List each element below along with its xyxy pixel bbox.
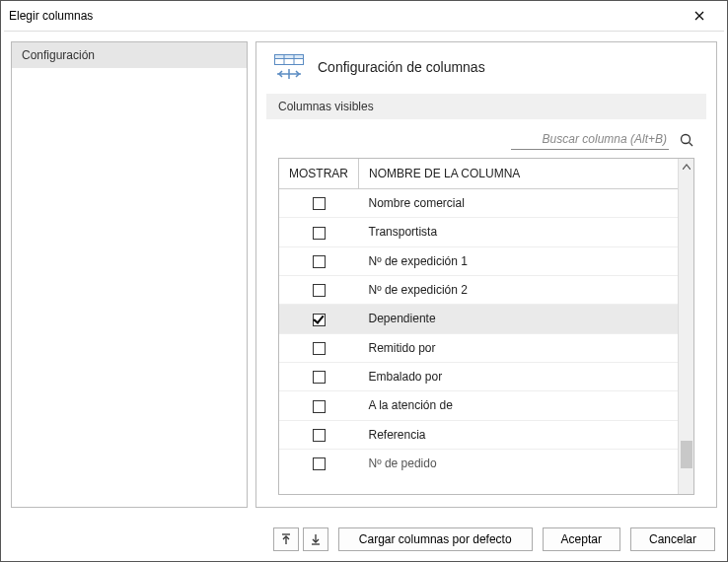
column-name-cell: Transportista (359, 218, 679, 246)
sort-buttons (273, 527, 328, 551)
move-down-button[interactable] (303, 527, 328, 551)
arrow-down-bar-icon (311, 533, 321, 545)
show-checkbox[interactable] (313, 314, 326, 326)
table-row[interactable]: Nº de pedido (279, 449, 678, 477)
show-cell (279, 246, 359, 275)
svg-line-7 (690, 142, 693, 146)
table-row[interactable]: Nº de expedición 1 (279, 246, 678, 275)
svg-point-6 (682, 134, 691, 143)
table-row[interactable]: Referencia (279, 420, 678, 449)
show-checkbox[interactable] (313, 457, 326, 470)
close-icon (694, 11, 704, 21)
main-panel: Configuración de columnas Columnas visib… (255, 41, 717, 508)
col-header-name[interactable]: NOMBRE DE LA COLUMNA (359, 159, 679, 189)
show-checkbox[interactable] (313, 371, 326, 384)
table-row[interactable]: A la atención de (279, 391, 678, 420)
dialog-window: Elegir columnas Configuración (0, 0, 728, 562)
table-row[interactable]: Dependiente (279, 305, 678, 333)
show-checkbox[interactable] (313, 197, 326, 210)
search-row (256, 129, 716, 158)
show-checkbox[interactable] (313, 400, 326, 413)
column-name-cell: Referencia (359, 420, 679, 449)
scroll-up-icon[interactable] (679, 159, 694, 175)
show-cell (279, 362, 359, 390)
load-defaults-button[interactable]: Cargar columnas por defecto (338, 527, 533, 551)
sidebar-item-configuracion[interactable]: Configuración (12, 42, 247, 68)
show-cell (279, 305, 359, 333)
window-title: Elegir columnas (9, 9, 680, 23)
search-input[interactable] (511, 129, 669, 150)
show-checkbox[interactable] (313, 342, 326, 355)
content-area: Configuración Configuración de (1, 32, 727, 518)
table-row[interactable]: Nº de expedición 2 (279, 275, 678, 304)
columns-table: MOSTRAR NOMBRE DE LA COLUMNA Nombre come… (279, 159, 678, 477)
column-name-cell: Nº de expedición 2 (359, 275, 679, 304)
columns-config-icon (274, 54, 304, 80)
column-name-cell: Nombre comercial (359, 189, 679, 218)
columns-table-container: MOSTRAR NOMBRE DE LA COLUMNA Nombre come… (278, 158, 694, 495)
col-header-show[interactable]: MOSTRAR (279, 159, 359, 189)
dialog-footer: Cargar columnas por defecto Aceptar Canc… (1, 518, 727, 561)
move-up-button[interactable] (273, 527, 299, 551)
column-name-cell: Nº de pedido (359, 449, 679, 477)
arrow-up-bar-icon (281, 533, 291, 545)
panel-header: Configuración de columnas (256, 42, 716, 88)
panel-title: Configuración de columnas (318, 59, 485, 75)
show-checkbox[interactable] (313, 429, 326, 442)
column-name-cell: Embalado por (359, 362, 679, 390)
vertical-scrollbar[interactable] (678, 159, 693, 494)
close-button[interactable] (680, 2, 719, 30)
show-checkbox[interactable] (313, 284, 326, 297)
table-row[interactable]: Embalado por (279, 362, 678, 390)
show-checkbox[interactable] (313, 255, 326, 268)
titlebar: Elegir columnas (1, 1, 727, 31)
scroll-thumb[interactable] (681, 441, 692, 468)
column-name-cell: Nº de expedición 1 (359, 246, 679, 275)
search-icon[interactable] (679, 132, 694, 148)
section-label: Columnas visibles (266, 94, 706, 119)
show-checkbox[interactable] (313, 227, 326, 240)
show-cell (279, 189, 359, 218)
column-name-cell: Remitido por (359, 333, 679, 362)
table-row[interactable]: Remitido por (279, 333, 678, 362)
columns-table-scroll: MOSTRAR NOMBRE DE LA COLUMNA Nombre come… (279, 159, 678, 494)
column-name-cell: Dependiente (359, 305, 679, 333)
show-cell (279, 333, 359, 362)
show-cell (279, 420, 359, 449)
sidebar: Configuración (11, 41, 248, 508)
show-cell (279, 275, 359, 304)
cancel-button[interactable]: Cancelar (630, 527, 715, 551)
show-cell (279, 218, 359, 246)
column-name-cell: A la atención de (359, 391, 679, 420)
show-cell (279, 449, 359, 477)
svg-rect-1 (275, 55, 304, 59)
accept-button[interactable]: Aceptar (543, 527, 620, 551)
table-row[interactable]: Nombre comercial (279, 189, 678, 218)
show-cell (279, 391, 359, 420)
table-row[interactable]: Transportista (279, 218, 678, 246)
